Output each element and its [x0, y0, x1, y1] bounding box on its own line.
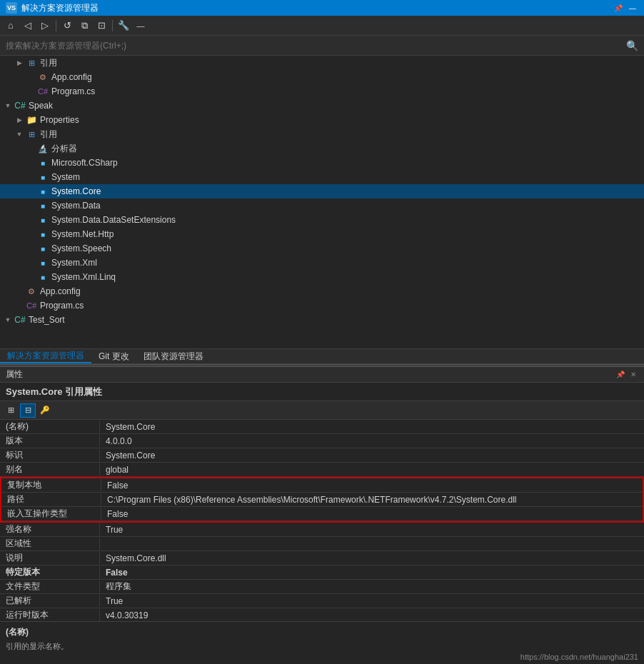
tree-item-properties[interactable]: ▶📁Properties: [0, 113, 644, 127]
tab-解决方案资源管理器[interactable]: 解决方案资源管理器: [0, 349, 91, 363]
prop-value: 程序集: [100, 580, 644, 593]
tree-item-speak[interactable]: ▼C#Speak: [0, 99, 644, 113]
properties-header: 属性 📌 ✕: [0, 367, 644, 383]
toolbar-forward-btn[interactable]: ▷: [37, 18, 53, 34]
prop-pages-btn[interactable]: 🔑: [37, 403, 53, 418]
prop-alpha-btn[interactable]: ⊟: [20, 403, 36, 418]
prop-row-11[interactable]: 文件类型程序集: [0, 580, 644, 594]
prop-row-5[interactable]: 路径C:\Program Files (x86)\Reference Assem…: [1, 493, 643, 507]
tree-item-system[interactable]: ■System: [0, 170, 644, 184]
file-icon-folder: 📁: [26, 115, 37, 125]
prop-pin-btn[interactable]: 📌: [615, 370, 625, 380]
prop-row-7[interactable]: 强名称True: [0, 523, 644, 537]
title-bar: VS 解决方案资源管理器 📌 —: [0, 0, 644, 16]
tree-item-test-sort[interactable]: ▼C#Test_Sort: [0, 313, 644, 327]
file-icon-ref: ■: [37, 272, 49, 282]
toolbar-home-btn[interactable]: ⌂: [3, 18, 19, 34]
tree-item-ref-top[interactable]: ▶⊞引用: [0, 56, 644, 70]
tree-item-ref-speak[interactable]: ▼⊞引用: [0, 127, 644, 141]
toolbar-copy-btn[interactable]: ⧉: [76, 18, 92, 34]
expand-icon-system-data: [26, 201, 36, 211]
tree-item-system-core[interactable]: ■System.Core: [0, 184, 644, 198]
prop-row-13[interactable]: 运行时版本v4.0.30319: [0, 608, 644, 621]
file-icon-ref: ■: [37, 201, 49, 211]
tab-Git 更改[interactable]: Git 更改: [91, 349, 136, 363]
tree-item-label: Program.cs: [51, 86, 95, 96]
tree-item-ms-csharp[interactable]: ■Microsoft.CSharp: [0, 156, 644, 170]
prop-name: 文件类型: [0, 580, 100, 593]
toolbar-collapse-btn[interactable]: —: [133, 18, 149, 34]
tree-item-label: System.Core: [51, 186, 101, 196]
search-icon: 🔍: [626, 40, 638, 51]
expand-icon-speak[interactable]: ▼: [3, 101, 13, 111]
tree-item-system-speech[interactable]: ■System.Speech: [0, 241, 644, 256]
toolbar-paste-btn[interactable]: ⊡: [94, 18, 109, 34]
tree-item-system-xml[interactable]: ■System.Xml: [0, 256, 644, 270]
tree-item-label: Properties: [40, 115, 79, 125]
title-bar-icon: VS: [6, 2, 17, 14]
solution-explorer-toolbar: ⌂ ◁ ▷ ↺ ⧉ ⊡ 🔧 —: [0, 16, 644, 36]
pin-button[interactable]: 📌: [613, 3, 624, 13]
expand-icon-system-xml: [26, 258, 36, 268]
prop-close-btn[interactable]: ✕: [628, 370, 638, 380]
tree-item-system-data[interactable]: ■System.Data: [0, 198, 644, 213]
toolbar-settings-btn[interactable]: 🔧: [116, 18, 131, 34]
tree-item-system-data-dse[interactable]: ■System.Data.DataSetExtensions: [0, 213, 644, 227]
prop-row-0[interactable]: (名称)System.Core: [0, 420, 644, 434]
expand-icon-app-config-2: [14, 286, 24, 296]
expand-icon-test-sort[interactable]: ▼: [3, 315, 13, 325]
tree-item-system-net-http[interactable]: ■System.Net.Http: [0, 227, 644, 241]
prop-sort-btn[interactable]: ⊞: [3, 403, 19, 418]
properties-title: System.Core 引用属性: [0, 383, 644, 401]
expand-icon-system-speech: [26, 243, 36, 253]
expand-icon-program-cs-1: [26, 86, 36, 96]
file-icon-ref: ■: [37, 186, 49, 196]
prop-row-4[interactable]: 复制本地False: [1, 478, 643, 493]
tree-item-program-cs-2[interactable]: C#Program.cs: [0, 298, 644, 313]
tree-item-app-config-1[interactable]: ⚙App.config: [0, 70, 644, 84]
prop-row-1[interactable]: 版本4.0.0.0: [0, 434, 644, 448]
prop-value: True: [100, 596, 644, 606]
prop-row-10[interactable]: 特定版本False: [0, 565, 644, 580]
toolbar-refresh-btn[interactable]: ↺: [59, 18, 75, 34]
tree-item-analyzer[interactable]: 🔬分析器: [0, 141, 644, 156]
prop-row-2[interactable]: 标识System.Core: [0, 448, 644, 463]
file-icon-folder: ⊞: [26, 129, 37, 139]
tree-item-label: App.config: [51, 72, 92, 82]
prop-desc-text: 引用的显示名称。: [6, 641, 638, 652]
tree-item-label: 分析器: [51, 143, 77, 155]
solution-explorer-tree[interactable]: ▶⊞引用⚙App.configC#Program.cs▼C#Speak▶📁Pro…: [0, 56, 644, 348]
expand-icon-ref-speak[interactable]: ▼: [14, 129, 24, 139]
search-input[interactable]: [6, 41, 626, 51]
prop-row-8[interactable]: 区域性: [0, 537, 644, 551]
prop-row-3[interactable]: 别名global: [0, 463, 644, 477]
file-icon-project: C#: [14, 101, 26, 111]
prop-row-9[interactable]: 说明System.Core.dll: [0, 551, 644, 565]
tree-item-label: System.Xml: [51, 258, 97, 268]
prop-row-12[interactable]: 已解析True: [0, 594, 644, 608]
expand-icon-system: [26, 172, 36, 182]
tree-item-label: App.config: [40, 286, 81, 296]
file-icon-project: C#: [14, 315, 26, 325]
main-container: ▶⊞引用⚙App.configC#Program.cs▼C#Speak▶📁Pro…: [0, 56, 644, 664]
toolbar-back-btn[interactable]: ◁: [20, 18, 36, 34]
tree-item-program-cs-1[interactable]: C#Program.cs: [0, 84, 644, 99]
prop-name: 嵌入互操作类型: [1, 508, 101, 520]
tree-item-label: System: [51, 172, 80, 182]
tree-item-system-xml-linq[interactable]: ■System.Xml.Linq: [0, 270, 644, 284]
toolbar-sep-1: [56, 20, 56, 31]
minimize-button[interactable]: —: [627, 3, 638, 13]
title-bar-title: 解决方案资源管理器: [21, 2, 613, 14]
expand-icon-properties[interactable]: ▶: [14, 115, 24, 125]
prop-value: global: [100, 465, 644, 475]
prop-name: 区域性: [0, 538, 100, 550]
prop-row-6[interactable]: 嵌入互操作类型False: [1, 507, 643, 521]
prop-name: 强名称: [0, 523, 100, 535]
file-icon-file: C#: [26, 301, 37, 311]
expand-icon-ref-top[interactable]: ▶: [14, 58, 24, 68]
tab-bar: 解决方案资源管理器Git 更改团队资源管理器: [0, 348, 644, 364]
tab-团队资源管理器[interactable]: 团队资源管理器: [136, 349, 211, 363]
tree-item-label: Program.cs: [40, 301, 84, 311]
file-icon-file: C#: [37, 86, 49, 96]
tree-item-app-config-2[interactable]: ⚙App.config: [0, 284, 644, 298]
